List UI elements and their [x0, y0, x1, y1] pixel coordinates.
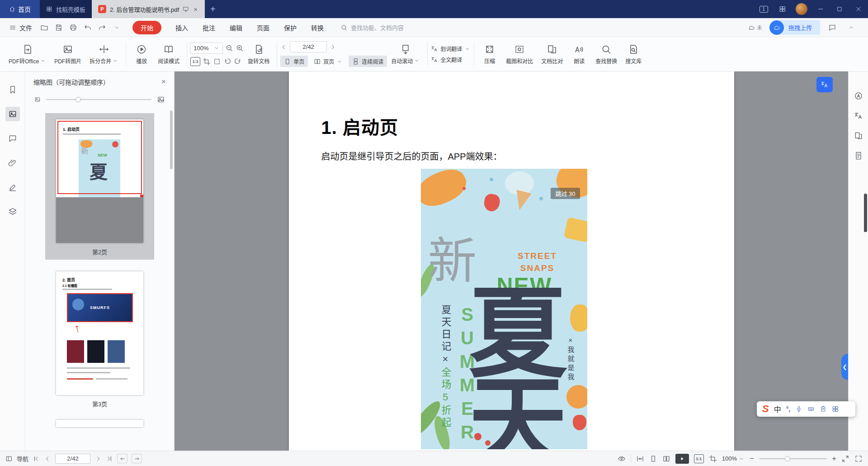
- rotate-left-icon[interactable]: [223, 57, 231, 66]
- zoom-out-icon[interactable]: [225, 44, 233, 52]
- last-page-icon[interactable]: [106, 455, 113, 462]
- document-compare-button[interactable]: 文档比对: [537, 42, 567, 67]
- rotate-right-icon[interactable]: [234, 57, 242, 66]
- continuous-read-button[interactable]: 连续阅读: [349, 56, 387, 67]
- previous-page-icon[interactable]: [280, 43, 288, 51]
- sidebar-pull-handle[interactable]: ❮: [841, 354, 848, 380]
- thumbnail-page-2-preview[interactable]: 1. 启动页 新 NEW 夏: [56, 119, 143, 243]
- next-page-icon[interactable]: [329, 43, 336, 51]
- zoom-in-button[interactable]: +: [832, 454, 836, 463]
- panel-close-icon[interactable]: ×: [161, 77, 166, 86]
- document-scrollbar-thumb[interactable]: [864, 194, 867, 232]
- two-page-view-icon[interactable]: [662, 455, 670, 463]
- close-button[interactable]: [849, 0, 868, 18]
- navigation-toggle[interactable]: 导航: [5, 454, 28, 463]
- start-ribbon-tab[interactable]: 开始: [132, 21, 161, 34]
- zoom-slider[interactable]: [759, 458, 827, 459]
- zoom-slider-thumb[interactable]: [785, 456, 790, 461]
- file-menu[interactable]: 文件: [5, 23, 37, 32]
- notes-tool-button[interactable]: [854, 151, 863, 160]
- double-page-button[interactable]: 双页: [310, 56, 346, 67]
- save-button[interactable]: [52, 21, 66, 34]
- one-to-one-icon[interactable]: 1:1: [694, 454, 704, 463]
- open-file-button[interactable]: [38, 21, 51, 34]
- layers-panel-button[interactable]: [5, 204, 20, 219]
- view-forward-button[interactable]: [132, 454, 142, 463]
- fit-page-icon[interactable]: [649, 455, 657, 463]
- page-number-input[interactable]: 2/42: [290, 41, 327, 52]
- drag-upload-button[interactable]: 拖拽上传: [778, 20, 820, 35]
- page-number-input[interactable]: 2/42: [55, 454, 90, 464]
- single-page-button[interactable]: 单页: [280, 56, 308, 67]
- fit-width-icon[interactable]: [636, 455, 644, 463]
- document-viewer[interactable]: 1. 启动页 启动页是继引导页之后的页面，APP端效果： 跳过 30 新: [175, 71, 848, 451]
- bookmarks-panel-button[interactable]: [5, 82, 20, 97]
- crop-icon[interactable]: [203, 57, 211, 66]
- menu-protect[interactable]: 保护: [277, 23, 303, 32]
- pdf-to-office-button[interactable]: PDF转Office: [5, 42, 50, 67]
- comments-panel-button[interactable]: [5, 131, 20, 146]
- marquee-zoom-icon[interactable]: [213, 57, 221, 66]
- screen-cast-icon[interactable]: [183, 6, 189, 12]
- dictionary-tool-button[interactable]: [854, 91, 863, 100]
- tab-close-icon[interactable]: ×: [193, 5, 198, 13]
- menu-convert[interactable]: 转换: [304, 23, 330, 32]
- menu-annotate[interactable]: 批注: [196, 23, 222, 32]
- keyboard-icon[interactable]: [807, 405, 815, 413]
- feedback-button[interactable]: [826, 21, 839, 34]
- visible-region-rect[interactable]: [57, 121, 142, 194]
- signature-panel-button[interactable]: [5, 180, 20, 195]
- read-mode-button[interactable]: 阅读模式: [154, 42, 184, 67]
- pdf-page[interactable]: 1. 启动页 启动页是继引导页之后的页面，APP端效果： 跳过 30 新: [289, 71, 734, 451]
- home-tab[interactable]: 首页: [0, 0, 40, 18]
- crop-icon[interactable]: [709, 455, 717, 463]
- read-aloud-button[interactable]: 朗读: [567, 42, 591, 67]
- thumbnails-panel-button[interactable]: [5, 107, 20, 121]
- auto-scroll-button[interactable]: 自动滚动: [387, 42, 424, 67]
- thumbnail-page-3-preview[interactable]: 2. 首页 2.1 轮播图 SMURFS ↑: [56, 271, 143, 395]
- next-page-icon[interactable]: [94, 455, 102, 462]
- tab-current-document[interactable]: P 2. 后台管理功能说明书.pdf ×: [92, 0, 205, 18]
- menu-insert[interactable]: 插入: [169, 23, 195, 32]
- zoom-level-select[interactable]: 100%: [722, 455, 745, 462]
- thumbnail-page-4-partial[interactable]: [56, 420, 143, 427]
- floating-translate-badge[interactable]: [816, 77, 833, 92]
- search-library-button[interactable]: 搜文库: [621, 42, 646, 67]
- toolbox-grid-icon[interactable]: [832, 405, 839, 413]
- ime-punctuation-toggle[interactable]: °,: [786, 405, 791, 413]
- ime-language-toggle[interactable]: 中: [774, 404, 781, 414]
- slider-track[interactable]: [46, 99, 151, 100]
- zoom-out-button[interactable]: −: [750, 454, 754, 463]
- play-slideshow-button[interactable]: 播放: [129, 42, 154, 67]
- clipboard-icon[interactable]: [820, 405, 827, 413]
- microphone-icon[interactable]: [795, 405, 802, 413]
- thumbnail-scrollbar[interactable]: [170, 110, 173, 169]
- sogou-logo[interactable]: S: [762, 404, 769, 414]
- screenshot-compare-button[interactable]: 截图和对比: [502, 42, 537, 67]
- one-to-one-icon[interactable]: 1:1: [190, 57, 200, 66]
- zoom-select[interactable]: 100%: [190, 43, 223, 54]
- translate-tool-button[interactable]: [854, 111, 863, 120]
- print-button[interactable]: [66, 21, 80, 34]
- window-layout-button[interactable]: 1: [754, 0, 773, 18]
- apps-grid-button[interactable]: [773, 0, 792, 18]
- slider-thumb[interactable]: [75, 97, 81, 102]
- fullscreen-icon[interactable]: [854, 455, 863, 463]
- presentation-play-button[interactable]: [675, 454, 689, 464]
- menu-edit[interactable]: 编辑: [223, 23, 249, 32]
- undo-button[interactable]: [81, 21, 94, 34]
- redo-button[interactable]: [95, 21, 109, 34]
- eye-protect-icon[interactable]: [618, 455, 626, 463]
- thumbnail-page-2[interactable]: 1. 启动页 新 NEW 夏 第2页: [45, 113, 154, 260]
- full-translate-button[interactable]: 全文翻译: [431, 56, 471, 63]
- pdf-to-image-button[interactable]: PDF转图片: [50, 42, 85, 67]
- attachments-panel-button[interactable]: [5, 156, 20, 170]
- find-replace-button[interactable]: 查找替换: [591, 42, 621, 67]
- first-page-icon[interactable]: [33, 455, 40, 462]
- minimize-button[interactable]: [811, 0, 830, 18]
- compare-tool-button[interactable]: [854, 131, 863, 140]
- view-back-button[interactable]: [117, 454, 127, 463]
- menu-page[interactable]: 页面: [250, 23, 276, 32]
- previous-page-icon[interactable]: [44, 455, 51, 462]
- zoom-in-icon[interactable]: [236, 44, 244, 52]
